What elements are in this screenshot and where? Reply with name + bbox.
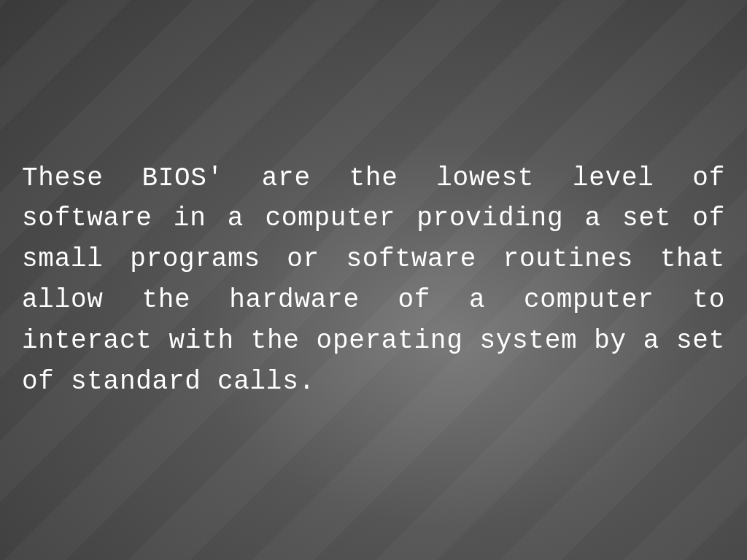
main-content: These BIOS' are the lowest level of soft… bbox=[0, 0, 747, 560]
bios-description-text: These BIOS' are the lowest level of soft… bbox=[22, 158, 725, 402]
